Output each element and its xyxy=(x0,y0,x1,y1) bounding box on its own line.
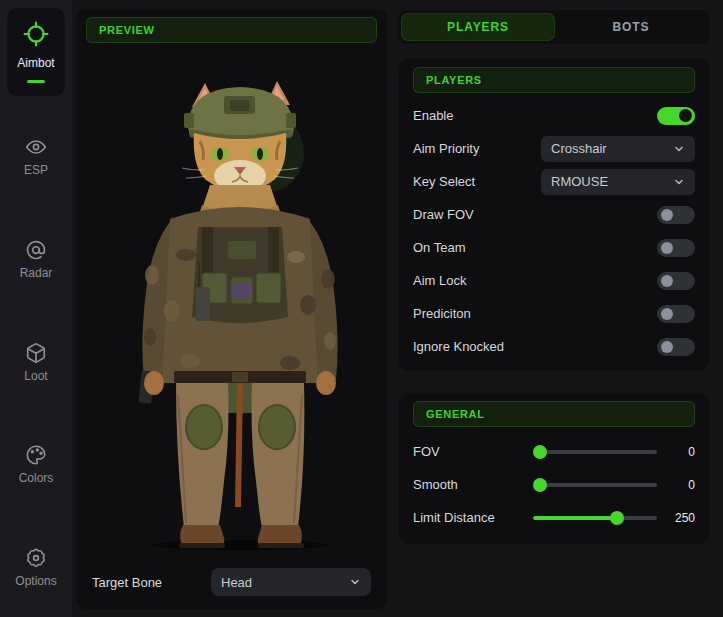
sidebar-item-label: Options xyxy=(15,574,56,588)
tab-players[interactable]: PLAYERS xyxy=(401,13,555,41)
setting-row-fov: FOV 0 xyxy=(413,435,695,468)
sidebar-item-label: Aimbot xyxy=(17,56,54,70)
players-section-header: PLAYERS xyxy=(413,67,695,93)
slider-thumb[interactable] xyxy=(533,478,547,492)
sidebar-item-label: Radar xyxy=(20,266,53,280)
sidebar-item-loot[interactable]: Loot xyxy=(0,342,72,383)
fov-value: 0 xyxy=(667,445,695,459)
slider-fill xyxy=(533,516,617,520)
preview-panel: PREVIEW xyxy=(75,8,388,610)
on-team-toggle[interactable] xyxy=(657,239,695,257)
toggle-knob xyxy=(679,109,692,122)
aim-priority-select[interactable]: Crosshair xyxy=(541,136,695,162)
aim-lock-toggle[interactable] xyxy=(657,272,695,290)
setting-label: Enable xyxy=(413,108,453,123)
setting-row-on-team: On Team xyxy=(413,231,695,264)
setting-label: Limit Distance xyxy=(413,510,533,525)
slider-track xyxy=(533,483,657,487)
target-bone-row: Target Bone Head xyxy=(92,568,371,596)
sidebar-item-aimbot[interactable]: Aimbot xyxy=(7,8,65,96)
setting-row-aim-lock: Aim Lock xyxy=(413,264,695,297)
sidebar-item-radar[interactable]: Radar xyxy=(0,239,72,280)
target-bone-value: Head xyxy=(221,575,252,590)
cube-icon xyxy=(25,342,47,364)
toggle-knob xyxy=(661,308,673,320)
sidebar-item-label: Colors xyxy=(19,471,54,485)
draw-fov-toggle[interactable] xyxy=(657,206,695,224)
smooth-value: 0 xyxy=(667,478,695,492)
slider-track xyxy=(533,516,657,520)
sidebar-item-label: Loot xyxy=(24,369,47,383)
chevron-down-icon xyxy=(349,576,361,588)
setting-row-smooth: Smooth 0 xyxy=(413,468,695,501)
sidebar: Aimbot ESP Radar xyxy=(0,0,72,617)
players-settings-rows: Enable Aim Priority Crosshair Key Select… xyxy=(413,99,695,363)
slider-thumb[interactable] xyxy=(533,445,547,459)
sidebar-item-esp[interactable]: ESP xyxy=(0,136,72,177)
setting-label: Aim Priority xyxy=(413,141,479,156)
tab-label: PLAYERS xyxy=(447,20,509,34)
players-settings-panel: PLAYERS Enable Aim Priority Crosshair Ke… xyxy=(398,58,710,372)
target-bone-label: Target Bone xyxy=(92,575,162,590)
setting-row-aim-priority: Aim Priority Crosshair xyxy=(413,132,695,165)
target-bone-select[interactable]: Head xyxy=(211,568,371,596)
slider-track xyxy=(533,450,657,454)
general-section-header: GENERAL xyxy=(413,401,695,427)
ignore-knocked-toggle[interactable] xyxy=(657,338,695,356)
preview-header-label: PREVIEW xyxy=(99,24,155,36)
chevron-down-icon xyxy=(673,143,685,155)
eye-icon xyxy=(25,136,47,158)
limit-distance-value: 250 xyxy=(667,511,695,525)
setting-label: On Team xyxy=(413,240,466,255)
key-select-dropdown[interactable]: RMOUSE xyxy=(541,169,695,195)
active-tab-indicator xyxy=(27,80,45,83)
general-slider-rows: FOV 0 Smooth 0 Limit Distance xyxy=(413,435,695,534)
prediction-toggle[interactable] xyxy=(657,305,695,323)
tab-bots[interactable]: BOTS xyxy=(555,13,707,41)
character-preview-image xyxy=(82,75,382,554)
tab-label: BOTS xyxy=(613,20,650,34)
setting-row-prediction: Prediciton xyxy=(413,297,695,330)
setting-label: Prediciton xyxy=(413,306,471,321)
select-value: RMOUSE xyxy=(551,174,608,189)
chevron-down-icon xyxy=(673,176,685,188)
fov-slider[interactable] xyxy=(533,445,657,459)
sidebar-item-options[interactable]: Options xyxy=(0,547,72,588)
setting-label: Draw FOV xyxy=(413,207,474,222)
crosshair-icon xyxy=(23,21,49,51)
setting-row-draw-fov: Draw FOV xyxy=(413,198,695,231)
palette-icon xyxy=(25,444,47,466)
setting-label: Key Select xyxy=(413,174,475,189)
select-value: Crosshair xyxy=(551,141,607,156)
setting-row-ignore-knocked: Ignore Knocked xyxy=(413,330,695,363)
players-bots-tabbar: PLAYERS BOTS xyxy=(398,10,710,44)
general-section-title: GENERAL xyxy=(426,408,485,420)
toggle-knob xyxy=(661,209,673,221)
sidebar-item-colors[interactable]: Colors xyxy=(0,444,72,485)
toggle-knob xyxy=(661,242,673,254)
general-settings-panel: GENERAL FOV 0 Smooth 0 Limit Dis xyxy=(398,392,710,545)
setting-row-limit-distance: Limit Distance 250 xyxy=(413,501,695,534)
cheat-menu-window: Aimbot ESP Radar xyxy=(0,0,723,617)
setting-label: Ignore Knocked xyxy=(413,339,504,354)
toggle-knob xyxy=(661,341,673,353)
sidebar-item-label: ESP xyxy=(24,163,48,177)
setting-label: Aim Lock xyxy=(413,273,466,288)
gear-icon xyxy=(25,547,47,569)
players-section-title: PLAYERS xyxy=(426,74,482,86)
setting-label: Smooth xyxy=(413,477,533,492)
preview-header: PREVIEW xyxy=(86,17,377,43)
smooth-slider[interactable] xyxy=(533,478,657,492)
radar-icon xyxy=(25,239,47,261)
enable-toggle[interactable] xyxy=(657,107,695,125)
limit-distance-slider[interactable] xyxy=(533,511,657,525)
toggle-knob xyxy=(661,275,673,287)
setting-label: FOV xyxy=(413,444,533,459)
setting-row-enable: Enable xyxy=(413,99,695,132)
setting-row-key-select: Key Select RMOUSE xyxy=(413,165,695,198)
slider-thumb[interactable] xyxy=(610,511,624,525)
